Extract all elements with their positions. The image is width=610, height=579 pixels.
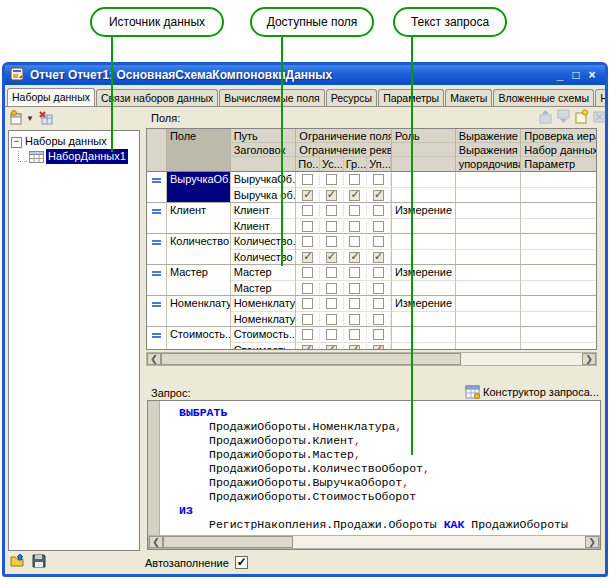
restriction-checkbox[interactable] bbox=[349, 174, 360, 185]
restriction-checkbox[interactable] bbox=[349, 221, 360, 232]
autofill-checkbox[interactable] bbox=[235, 556, 248, 569]
minimize-button[interactable]: _ bbox=[552, 66, 568, 84]
restriction-checkbox[interactable] bbox=[373, 205, 384, 216]
restriction-checkbox[interactable] bbox=[326, 329, 337, 340]
tab-layouts[interactable]: Макеты bbox=[445, 89, 492, 106]
restriction-checkbox[interactable] bbox=[349, 314, 360, 325]
path-cell[interactable]: Клиент bbox=[231, 203, 296, 218]
restriction-checkbox[interactable] bbox=[326, 221, 337, 232]
restriction-checkbox[interactable] bbox=[326, 283, 337, 294]
row-grip-icon[interactable] bbox=[152, 240, 161, 242]
path-cell[interactable]: Мастер bbox=[231, 265, 296, 280]
role-cell[interactable]: Измерение bbox=[392, 203, 455, 218]
maximize-button[interactable]: □ bbox=[568, 66, 584, 84]
close-button[interactable]: × bbox=[584, 66, 600, 84]
table-row[interactable]: Количество... Количество... Количество .… bbox=[147, 234, 596, 265]
table-row[interactable]: Мастер Мастер Мастер Измер bbox=[147, 265, 596, 296]
role-cell[interactable] bbox=[392, 234, 455, 249]
restriction-checkbox[interactable] bbox=[326, 298, 337, 309]
header-expression[interactable]: Выражение ... Выражения упорядочива... bbox=[456, 129, 522, 171]
row-grip-icon[interactable] bbox=[152, 333, 161, 335]
add-dataset-button[interactable] bbox=[9, 110, 25, 126]
restriction-checkbox[interactable] bbox=[326, 252, 337, 263]
restriction-checkbox[interactable] bbox=[349, 345, 360, 350]
header-cell[interactable]: Номенклату... bbox=[231, 311, 296, 326]
restriction-checkbox[interactable] bbox=[326, 190, 337, 201]
row-grip-icon[interactable] bbox=[152, 271, 161, 273]
restriction-checkbox[interactable] bbox=[349, 283, 360, 294]
query-hscrollbar[interactable]: ❮ ❯ bbox=[148, 535, 600, 549]
restriction-checkbox[interactable] bbox=[326, 174, 337, 185]
header-cell[interactable]: Выручка об... bbox=[231, 187, 296, 202]
header-restrictions[interactable]: Ограничение поля Ограничение рекв... По.… bbox=[296, 129, 392, 171]
scroll-left-icon[interactable]: ❮ bbox=[149, 536, 163, 548]
restriction-checkbox[interactable] bbox=[302, 205, 313, 216]
role-cell[interactable]: Измерение bbox=[392, 265, 455, 280]
restriction-checkbox[interactable] bbox=[326, 345, 337, 350]
restriction-checkbox[interactable] bbox=[349, 252, 360, 263]
header-role[interactable]: Роль bbox=[392, 129, 456, 171]
restriction-checkbox[interactable] bbox=[326, 314, 337, 325]
field-cell[interactable]: Клиент bbox=[167, 203, 230, 233]
restriction-checkbox[interactable] bbox=[302, 190, 313, 201]
load-settings-icon[interactable] bbox=[10, 553, 26, 569]
restriction-checkbox[interactable] bbox=[373, 283, 384, 294]
restriction-checkbox[interactable] bbox=[373, 314, 384, 325]
path-cell[interactable]: Стоимость... bbox=[231, 327, 296, 342]
header-hierarchy-check[interactable]: Проверка иерар Набор данных Параметр bbox=[521, 129, 596, 171]
restriction-checkbox[interactable] bbox=[302, 221, 313, 232]
role-cell[interactable] bbox=[392, 327, 455, 342]
delete-field-icon[interactable] bbox=[592, 109, 608, 125]
restriction-checkbox[interactable] bbox=[373, 345, 384, 350]
tab-calculated-fields[interactable]: Вычисляемые поля bbox=[219, 89, 324, 106]
fields-table-hscrollbar[interactable]: ❮ ❯ bbox=[146, 352, 597, 366]
restriction-checkbox[interactable] bbox=[302, 298, 313, 309]
path-cell[interactable]: Номенклату... bbox=[231, 296, 296, 311]
restriction-checkbox[interactable] bbox=[349, 205, 360, 216]
move-field-up-icon[interactable] bbox=[538, 109, 554, 125]
table-row[interactable]: ВыручкаОб... ВыручкаОб... Выручка об... bbox=[147, 172, 596, 203]
table-row[interactable]: Клиент Клиент Клиент Измер bbox=[147, 203, 596, 234]
field-cell[interactable]: Мастер bbox=[167, 265, 230, 295]
row-grip-icon[interactable] bbox=[152, 302, 161, 304]
scroll-right-icon[interactable]: ❯ bbox=[582, 353, 596, 365]
table-row[interactable]: Номенклату... Номенклату... Номенклату..… bbox=[147, 296, 596, 327]
restriction-checkbox[interactable] bbox=[302, 236, 313, 247]
field-cell[interactable]: ВыручкаОб... bbox=[167, 172, 230, 202]
scroll-left-icon[interactable]: ❮ bbox=[147, 353, 161, 365]
restriction-checkbox[interactable] bbox=[326, 236, 337, 247]
query-text[interactable]: ВЫБРАТЬ ПродажиОбороты.Номенклатура, Про… bbox=[160, 406, 599, 532]
header-field[interactable]: Поле bbox=[167, 129, 231, 171]
role-cell[interactable] bbox=[392, 172, 455, 187]
header-cell[interactable]: Стоимость ... bbox=[231, 342, 296, 350]
role-cell[interactable]: Измерение bbox=[392, 296, 455, 311]
query-constructor-button[interactable]: Конструктор запроса... bbox=[465, 385, 599, 399]
path-cell[interactable]: Количество... bbox=[231, 234, 296, 249]
restriction-checkbox[interactable] bbox=[373, 252, 384, 263]
scroll-right-icon[interactable]: ❯ bbox=[585, 536, 599, 548]
path-cell[interactable]: ВыручкаОб... bbox=[231, 172, 296, 187]
header-cell[interactable]: Клиент bbox=[231, 218, 296, 233]
field-cell[interactable]: Количество... bbox=[167, 234, 230, 264]
restriction-checkbox[interactable] bbox=[373, 298, 384, 309]
restriction-checkbox[interactable] bbox=[302, 329, 313, 340]
restriction-checkbox[interactable] bbox=[326, 205, 337, 216]
tab-resources[interactable]: Ресурсы bbox=[326, 89, 377, 106]
tree-item-dataset1[interactable]: НаборДанных1 bbox=[18, 149, 139, 164]
restriction-checkbox[interactable] bbox=[302, 174, 313, 185]
restriction-checkbox[interactable] bbox=[373, 267, 384, 278]
query-editor[interactable]: ВЫБРАТЬ ПродажиОбороты.Номенклатура, Про… bbox=[147, 400, 601, 550]
restriction-checkbox[interactable] bbox=[302, 283, 313, 294]
table-row[interactable]: Стоимость... Стоимость... Стоимость ... bbox=[147, 327, 596, 350]
restriction-checkbox[interactable] bbox=[326, 267, 337, 278]
restriction-checkbox[interactable] bbox=[373, 190, 384, 201]
add-dataset-dropdown-arrow-icon[interactable]: ▼ bbox=[26, 114, 34, 123]
row-grip-icon[interactable] bbox=[152, 209, 161, 211]
tab-settings[interactable]: Настройки bbox=[595, 89, 605, 106]
restriction-checkbox[interactable] bbox=[373, 236, 384, 247]
save-settings-icon[interactable] bbox=[31, 553, 47, 569]
restriction-checkbox[interactable] bbox=[349, 298, 360, 309]
restriction-checkbox[interactable] bbox=[349, 190, 360, 201]
header-cell[interactable]: Количество ... bbox=[231, 249, 296, 264]
restriction-checkbox[interactable] bbox=[302, 314, 313, 325]
